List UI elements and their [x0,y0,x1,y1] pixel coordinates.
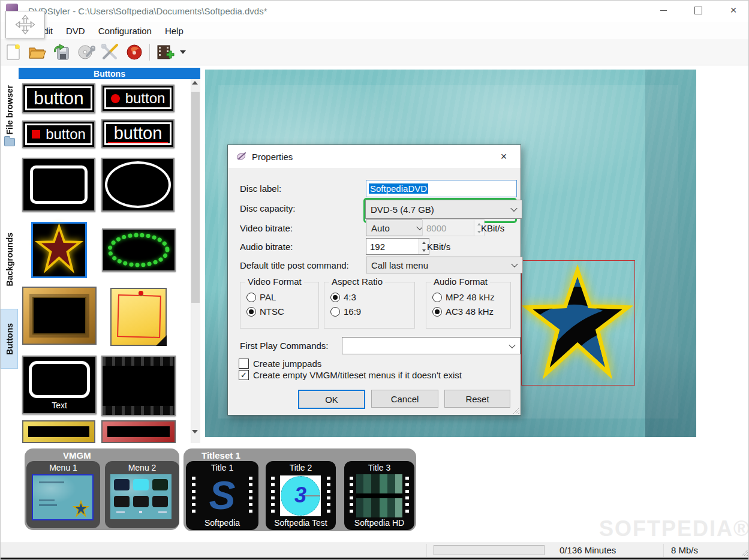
green-dotted-ellipse-icon [104,230,174,270]
radio-pal[interactable]: PAL [246,292,276,302]
button-thumb-yellow-frame[interactable] [22,420,95,443]
button-thumb-square[interactable]: button [22,121,95,148]
button-thumb-rounded-frame[interactable] [22,158,95,212]
burn-button[interactable] [124,43,145,62]
audio-bitrate-label: Audio bitrate: [240,242,293,252]
cancel-button[interactable]: Cancel [371,390,438,408]
add-file-button[interactable] [155,43,176,62]
radio-icon [432,307,442,317]
open-project-button[interactable] [27,43,47,62]
menu2-item[interactable]: Menu 2 [105,461,179,528]
add-file-dropdown[interactable] [177,43,189,62]
radio-4-3[interactable]: 4:3 [330,292,356,302]
red-underline [108,142,168,143]
menu2-dash [139,511,142,513]
title2-thumbnail: 3 [280,475,321,516]
button-thumb-star-selected[interactable] [31,222,87,278]
menu2-button [114,479,130,490]
button-thumb-red-frame[interactable] [101,420,176,443]
scrollbar-thumb[interactable] [191,92,200,303]
title-bar[interactable]: DVDStyler - C:\Users\Softpedia\Documents… [1,1,749,22]
minutes-status: 0/136 Minutes [560,545,616,555]
disc-settings-button[interactable] [76,43,97,62]
button-thumb-green-dotted-ellipse[interactable] [102,228,176,272]
ok-button[interactable]: OK [298,390,365,409]
button-thumb-film-frame[interactable] [101,356,176,416]
new-project-button[interactable] [3,43,23,62]
properties-dialog: Properties × Disc label: SoftpediaDVD Di… [227,144,521,416]
disc-capacity-select[interactable]: DVD-5 (4.7 GB) [365,200,522,219]
menu-help[interactable]: Help [158,23,190,38]
button-thumb-sticky-note[interactable] [110,288,167,346]
menu2-button [152,496,168,507]
chevron-down-icon [509,341,515,348]
capacity-progress-bar [434,545,545,555]
button-thumb-text-frame[interactable]: Text [22,356,97,414]
film-dots [405,477,409,514]
button-thumb-underline[interactable]: button [101,119,175,148]
save-project-button[interactable] [51,43,71,62]
reset-button[interactable]: Reset [444,390,510,408]
dialog-title: Properties [252,152,293,162]
menu2-dash [158,511,167,513]
film-dots [327,477,330,514]
menu2-button [152,479,168,490]
first-play-select[interactable] [342,337,521,354]
film-dots [350,477,353,514]
menu-bar: File Edit DVD Configuration Help [1,22,749,39]
scroll-up-arrow[interactable] [192,81,199,88]
title1-item[interactable]: Title 1 S Softpedia [186,461,258,530]
button-thumb-circle[interactable]: button [101,85,175,112]
menu2-button-highlighted [133,479,149,490]
title1-thumbnail: S [186,471,258,519]
maximize-button[interactable] [684,1,712,20]
menu2-dash [116,511,125,513]
sidebar-tab-file-browser[interactable]: File browser [1,71,18,160]
tools-icon [101,44,119,61]
titleset-group: Titleset 1 Title 1 S Softpedia Title 2 3… [184,448,416,531]
properties-dialog-icon [236,151,247,162]
dialog-close-button[interactable]: × [495,150,512,163]
create-empty-vmgm-checkbox[interactable]: ✓Create empty VMGM/titleset menus if it … [239,370,462,380]
close-button[interactable]: × [720,1,747,20]
sidebar-tab-backgrounds[interactable]: Backgrounds [1,221,18,298]
dialog-title-bar[interactable]: Properties × [228,145,521,168]
window-resize-grip[interactable] [741,549,748,556]
button-thumb-ellipse-frame[interactable] [101,158,175,212]
maximize-icon [694,7,702,14]
button-thumb-gold-frame[interactable] [22,287,97,345]
canvas-star-button[interactable] [520,258,635,386]
radio-ac3[interactable]: AC3 48 kHz [432,306,494,317]
disc-label-value: SoftpediaDVD [369,183,428,194]
video-bitrate-mode-select[interactable]: Auto [366,219,428,236]
film-perforations [103,406,175,415]
menu1-item[interactable]: Menu 1 [26,461,100,528]
move-cursor-overlay [5,11,45,38]
radio-mp2[interactable]: MP2 48 kHz [432,292,495,302]
vmgm-group: VMGM Menu 1 Menu 2 [25,448,179,530]
close-icon: × [730,4,736,17]
titleset-group-title: Titleset 1 [201,450,240,460]
post-command-select[interactable]: Call last menu [366,257,523,273]
scroll-down-arrow[interactable] [192,430,199,437]
sidebar-tab-buttons[interactable]: Buttons [1,309,18,369]
red-dot-icon [111,94,120,103]
statusbar-separator [663,544,664,557]
title3-item[interactable]: Title 3 Softpedia HD [344,461,414,530]
video-bitrate-spinner[interactable]: 8000 [422,219,485,236]
button-thumb-text[interactable]: button [22,83,95,113]
menu-configuration[interactable]: Configuration [92,23,158,38]
menu1-thumbnail [32,474,94,520]
menu-dvd[interactable]: DVD [59,23,92,38]
create-jumppads-checkbox[interactable]: Create jumppads [239,359,321,369]
title2-item[interactable]: Title 2 3 Softpedia Test [266,461,336,530]
tools-button[interactable] [100,43,121,62]
disc-capacity-label: Disc capacity: [240,203,296,213]
disc-label-input[interactable]: SoftpediaDVD [366,180,517,197]
dialog-resize-grip[interactable] [512,407,519,414]
audio-bitrate-spinner[interactable]: 192 [366,238,429,255]
radio-16-9[interactable]: 16:9 [330,306,361,317]
radio-ntsc[interactable]: NTSC [246,306,284,317]
minimize-button[interactable] [649,1,677,20]
bottom-black-strip [1,558,749,560]
